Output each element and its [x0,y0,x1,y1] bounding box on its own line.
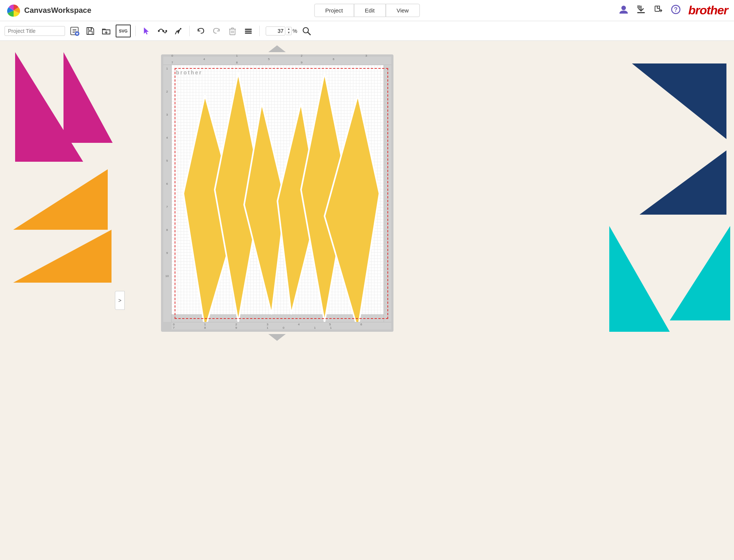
open-button[interactable] [100,25,113,37]
svg-point-22 [180,28,181,29]
layers-button[interactable] [242,25,255,37]
header-nav: Project Edit View [314,4,420,17]
svg-marker-49 [670,226,730,320]
header: CanvasWorkspace Project Edit View [0,0,734,21]
zoom-area: ▲ ▼ % [266,26,297,36]
svg-marker-48 [609,226,670,332]
save-button[interactable] [84,25,97,37]
canvas-container: 0 1 2 3 4 5 6 7 8 9 10 11 12" 1 2 3 4 5 … [125,41,429,560]
svg-marker-47 [640,150,726,215]
pen-tool-button[interactable] [172,25,185,37]
nav-edit[interactable]: Edit [354,4,386,17]
nav-view[interactable]: View [386,4,420,17]
svg-marker-36 [13,169,108,230]
header-icons: ? brother [619,3,728,17]
svg-text:?: ? [674,6,678,13]
separator-3 [259,26,260,36]
svg-rect-2 [637,12,645,13]
separator-2 [189,26,190,36]
canvas-scroll-down[interactable] [268,333,286,342]
canvas-shapes-svg [172,65,391,322]
canvas-body: 1 2 3 4 5 6 7 8 9 10 [163,65,391,322]
separator-1 [135,26,136,36]
zoom-down-button[interactable]: ▼ [286,31,291,35]
left-panel: > [0,41,125,560]
svg-marker-45 [268,334,286,341]
svg-rect-17 [91,28,91,29]
svg-point-20 [166,30,167,32]
nav-project[interactable]: Project [314,4,354,17]
app-name: CanvasWorkspace [24,6,91,15]
svg-rect-15 [88,31,92,34]
shape-navy-lower[interactable] [640,150,726,216]
toolbar: SVG [0,21,734,41]
zoom-up-button[interactable]: ▲ [286,27,291,31]
ruler-left: 1 2 3 4 5 6 7 8 9 10 [163,65,172,322]
search-button[interactable] [300,25,313,37]
project-title-input[interactable] [5,26,65,36]
export-icon[interactable] [653,5,663,17]
panel-toggle-icon: > [118,297,121,303]
app-logo-icon [6,3,21,18]
shape-cyan-right[interactable] [670,226,730,322]
main-area: > 0 1 2 3 4 5 6 7 8 9 10 11 12" 1 2 [0,41,734,560]
svg-point-19 [163,30,164,32]
svg-marker-46 [632,63,726,139]
svg-rect-31 [245,32,252,34]
canvas-work-area[interactable]: brother [172,65,391,322]
svg-line-21 [175,31,177,34]
redo-button[interactable] [210,25,223,37]
svg-rect-30 [245,31,252,32]
canvas-frame: 0 1 2 3 4 5 6 7 8 9 10 11 12" 1 2 3 4 5 … [161,54,393,332]
shape-cyan-left[interactable] [609,226,670,333]
zoom-percent-label: % [293,28,297,34]
canvas-scroll-up[interactable] [268,45,286,53]
svg-rect-25 [231,28,234,29]
select-tool-button[interactable] [140,25,153,37]
shape-magenta-small[interactable] [63,52,113,144]
ruler-top: 0 1 2 3 4 5 6 7 8 9 10 11 12" [163,57,391,65]
zoom-input[interactable] [266,26,285,36]
svg-line-33 [308,32,310,35]
svg-point-1 [621,6,626,10]
zoom-spinner: ▲ ▼ [286,27,292,35]
svg-rect-5 [657,6,660,8]
shape-orange-lower[interactable] [13,230,111,284]
new-project-button[interactable] [68,25,81,37]
right-panel [429,41,734,560]
undo-button[interactable] [194,25,207,37]
svg-marker-38 [268,45,286,52]
shape-navy-upper-large[interactable] [632,63,726,141]
svg-import-button[interactable]: SVG [116,25,131,37]
svg-marker-35 [63,52,113,143]
delete-button[interactable] [226,25,239,37]
node-edit-button[interactable] [156,25,169,37]
ruler-bottom-strip: 0 1 2 3 4 5 6 7 8 9 10 11 [172,322,391,330]
svg-marker-37 [13,230,111,283]
brother-brand-logo: brother [688,3,728,17]
help-icon[interactable]: ? [671,5,681,17]
download-icon[interactable] [636,5,646,17]
logo-area: CanvasWorkspace [6,3,91,18]
panel-toggle-button[interactable]: > [115,291,125,310]
canvas-brand-text: brother [176,70,203,76]
svg-rect-29 [245,29,252,30]
shape-orange-upper[interactable] [13,169,108,231]
user-icon[interactable] [619,5,629,17]
svg-rect-3 [637,5,640,8]
